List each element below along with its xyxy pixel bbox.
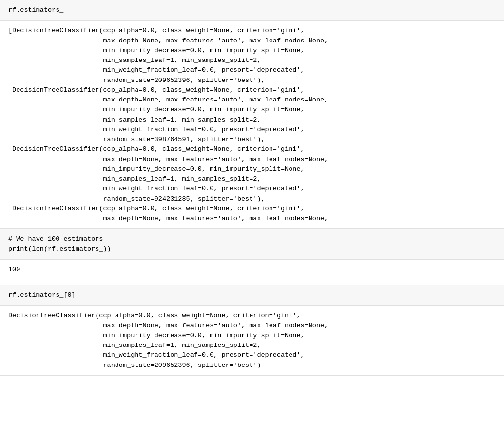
cell-2: # We have 100 estimators print(len(rf.es… <box>0 229 504 260</box>
cell-2-input[interactable]: # We have 100 estimators print(len(rf.es… <box>0 229 504 260</box>
cell-1-output-content: [DecisionTreeClassifier(ccp_alpha=0.0, c… <box>0 21 504 228</box>
cell-3-output: DecisionTreeClassifier(ccp_alpha=0.0, cl… <box>0 306 504 376</box>
cell-3: rf.estimators_[0] <box>0 285 504 306</box>
cell-1: rf.estimators_ <box>0 0 504 21</box>
cell-1-input[interactable]: rf.estimators_ <box>0 0 504 20</box>
cell-3-output-content: DecisionTreeClassifier(ccp_alpha=0.0, cl… <box>0 306 504 375</box>
cell-1-output: [DecisionTreeClassifier(ccp_alpha=0.0, c… <box>0 21 504 229</box>
notebook-container: rf.estimators_ [DecisionTreeClassifier(c… <box>0 0 504 446</box>
cell-2-output: 100 <box>0 260 504 280</box>
cell-3-input[interactable]: rf.estimators_[0] <box>0 285 504 305</box>
spacer-1 <box>0 280 504 285</box>
cell-2-output-content: 100 <box>0 260 504 280</box>
